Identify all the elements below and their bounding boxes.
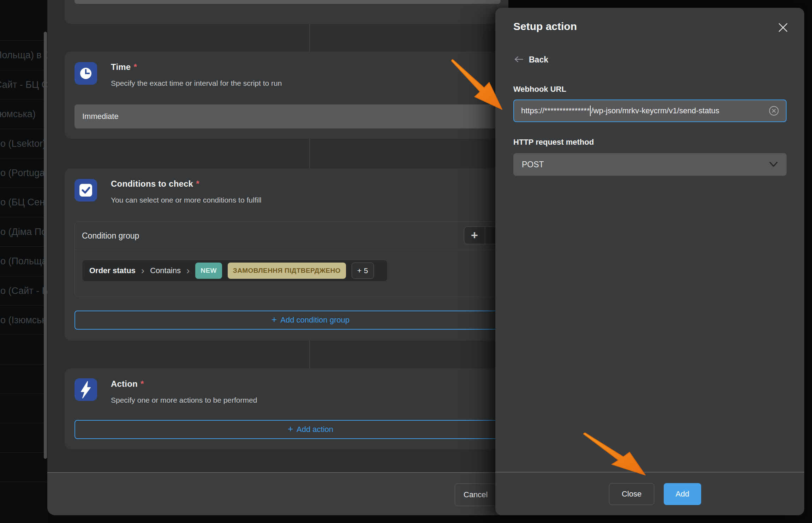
list-item (0, 394, 47, 423)
list-item (0, 11, 47, 41)
conditions-section-title: Conditions to check* (111, 179, 199, 189)
close-icon[interactable] (775, 20, 791, 35)
http-method-label: HTTP request method (513, 138, 594, 147)
scrollbar[interactable] (44, 32, 47, 459)
status-chip-new: NEW (195, 263, 222, 279)
previous-section-card (65, 0, 508, 24)
http-method-select[interactable]: POST (513, 153, 787, 176)
required-marker: * (141, 379, 144, 389)
chevron-right-icon (186, 266, 190, 276)
webhook-url-input[interactable]: https://*************** /wp-json/mrkv-ke… (513, 100, 787, 122)
webhook-url-value-path: /wp-json/mrkv-keycrm/v1/send-status (591, 106, 719, 115)
required-marker: * (133, 62, 137, 72)
conditions-section-card: Conditions to check* You can select one … (65, 168, 508, 341)
list-item: но (Portuga (0, 158, 47, 188)
status-chip-confirmed: ЗАМОВЛЕННЯ ПІДТВЕРДЖЕНО (228, 263, 346, 279)
condition-field: Order status (89, 266, 136, 275)
condition-group-actions (464, 227, 498, 244)
conditions-section-subtitle: You can select one or more conditions to… (111, 196, 261, 204)
background-list-rows: Польща) в Д Сайт - БЦ С зюмська) но (Lse… (0, 11, 47, 482)
list-item: но (Ізюмськ (0, 306, 47, 335)
plus-icon (271, 315, 277, 325)
list-item (0, 335, 47, 364)
time-section-subtitle: Specify the exact time or interval for t… (111, 79, 282, 88)
script-builder-modal: Time* Specify the exact time or interval… (47, 0, 508, 515)
close-button[interactable]: Close (609, 483, 654, 505)
modal-footer: Cancel (47, 472, 508, 515)
required-marker: * (196, 179, 199, 188)
flow-connector (309, 24, 310, 52)
plus-icon (288, 425, 293, 434)
webhook-url-label: Webhook URL (513, 85, 566, 94)
list-item (0, 365, 47, 394)
checkbox-icon (74, 179, 97, 202)
flow-connector (309, 341, 310, 368)
list-item: зюмська) (0, 100, 47, 129)
setup-action-panel: Setup action Back Webhook URL https://**… (495, 8, 804, 515)
more-values-chip[interactable]: + 5 (352, 263, 374, 279)
panel-title: Setup action (513, 20, 577, 32)
condition-operator: Contains (150, 266, 181, 275)
action-section-card: Action* Specify one or more actions to b… (65, 368, 508, 449)
list-item: Польща) в Д (0, 41, 47, 70)
add-action-button[interactable]: Add action (74, 420, 501, 439)
arrow-left-icon (513, 55, 524, 65)
text-cursor (590, 106, 591, 116)
list-item: но (Діма По (0, 217, 47, 247)
time-section-title: Time* (111, 62, 137, 72)
add-condition-group-button[interactable]: Add condition group (74, 311, 501, 330)
action-section-subtitle: Specify one or more actions to be perfor… (111, 396, 257, 404)
condition-group-box: Condition group Order status Contains NE… (74, 221, 501, 297)
time-select[interactable]: Immediate (74, 104, 501, 128)
clear-input-icon[interactable] (768, 105, 780, 116)
time-section-card: Time* Specify the exact time or interval… (65, 52, 508, 139)
list-item: но (Lsektor) (0, 129, 47, 158)
clock-icon (74, 62, 97, 85)
add-button[interactable]: Add (664, 483, 701, 505)
list-item: Сайт - БЦ С (0, 70, 47, 100)
divider (75, 250, 500, 250)
divider (495, 472, 804, 473)
add-condition-button[interactable] (464, 227, 485, 244)
webhook-url-value-masked: https://*************** (521, 106, 590, 115)
back-button[interactable]: Back (513, 55, 548, 65)
chevron-right-icon (141, 266, 144, 276)
condition-row[interactable]: Order status Contains NEW ЗАМОВЛЕННЯ ПІД… (82, 260, 388, 282)
http-method-value: POST (522, 160, 544, 169)
chevron-down-icon (768, 160, 779, 169)
list-item: но (Польща (0, 247, 47, 276)
condition-group-label: Condition group (82, 222, 139, 250)
lightning-icon (74, 378, 97, 401)
list-item: но (Сайт - Б (0, 276, 47, 306)
flow-connector (309, 139, 310, 168)
list-item (0, 423, 47, 452)
previous-section-field[interactable] (74, 0, 501, 4)
list-item: но (БЦ Сен (0, 188, 47, 217)
list-item (0, 453, 47, 482)
action-section-title: Action* (111, 379, 144, 389)
background-list: Польща) в Д Сайт - БЦ С зюмська) но (Lse… (0, 0, 47, 523)
back-label: Back (529, 55, 548, 65)
